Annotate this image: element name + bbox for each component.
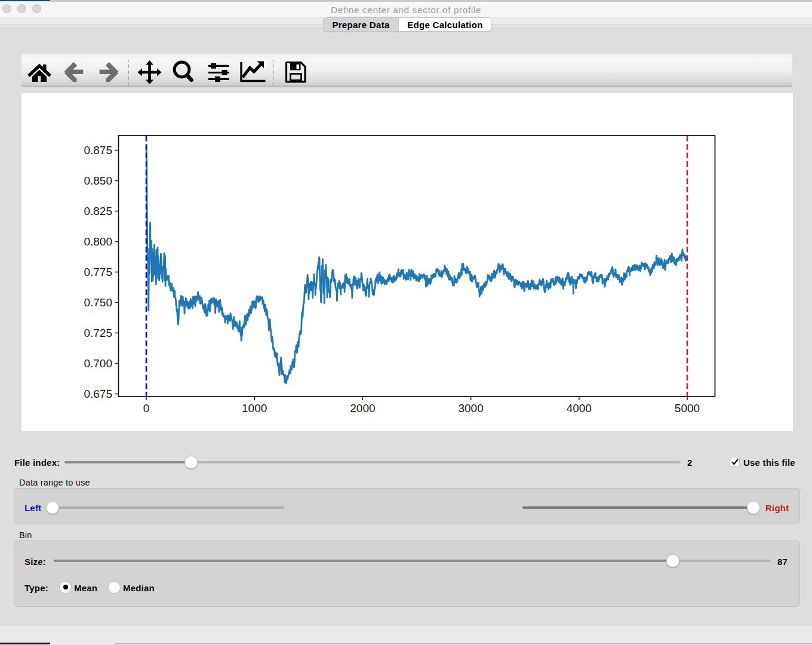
svg-text:3000: 3000 — [458, 402, 483, 414]
svg-text:5000: 5000 — [675, 402, 700, 414]
svg-text:1000: 1000 — [242, 402, 267, 414]
svg-text:0.750: 0.750 — [84, 296, 112, 309]
svg-text:4000: 4000 — [567, 402, 592, 414]
svg-text:0.825: 0.825 — [84, 205, 112, 217]
svg-text:0.800: 0.800 — [84, 235, 112, 248]
svg-text:0.675: 0.675 — [84, 388, 112, 400]
svg-text:0: 0 — [143, 402, 150, 414]
svg-text:2000: 2000 — [350, 402, 375, 414]
svg-text:0.850: 0.850 — [84, 174, 112, 187]
svg-text:0.875: 0.875 — [84, 144, 112, 156]
svg-text:0.725: 0.725 — [84, 327, 112, 339]
svg-text:0.700: 0.700 — [84, 357, 112, 370]
svg-text:0.775: 0.775 — [84, 266, 112, 278]
